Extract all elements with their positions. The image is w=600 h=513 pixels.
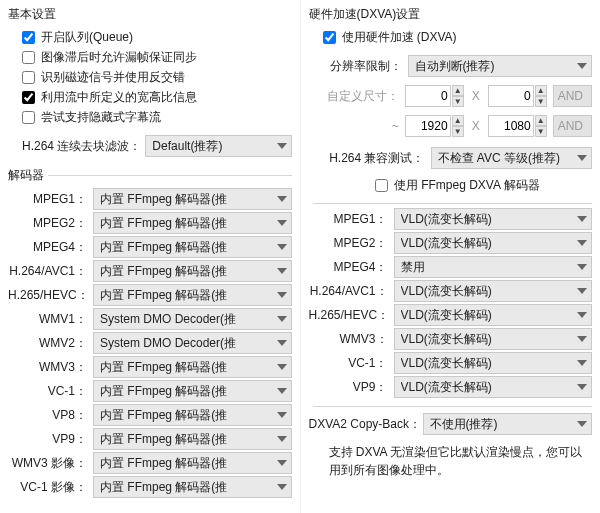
up-icon[interactable]: ▲ <box>535 85 547 96</box>
chk-magnetics-input[interactable] <box>22 71 35 84</box>
max-height-spin[interactable]: ▲▼ <box>488 115 547 137</box>
decoder-combo[interactable]: 内置 FFmpeg 解码器(推 <box>93 380 292 402</box>
chevron-down-icon <box>577 382 587 392</box>
decoder-row: WMV2：System DMO Decoder(推 <box>8 332 292 354</box>
up-icon[interactable]: ▲ <box>452 85 464 96</box>
chk-framedrop[interactable]: 图像滞后时允许漏帧保证同步 <box>22 47 292 67</box>
decoder-row-label: WMV2： <box>8 335 93 352</box>
decoder-combo[interactable]: VLD(流变长解码) <box>394 328 593 350</box>
decoder-combo[interactable]: VLD(流变长解码) <box>394 304 593 326</box>
decoder-row-label: MPEG4： <box>309 259 394 276</box>
decoder-row: MPEG2：内置 FFmpeg 解码器(推 <box>8 212 292 234</box>
dxva-rows-divider <box>309 203 593 204</box>
decoder-combo[interactable]: VLD(流变长解码) <box>394 352 593 374</box>
decoder-combo[interactable]: 内置 FFmpeg 解码器(推 <box>93 428 292 450</box>
decoder-combo[interactable]: System DMO Decoder(推 <box>93 308 292 330</box>
down-icon[interactable]: ▼ <box>535 126 547 137</box>
chevron-down-icon <box>277 482 287 492</box>
decoder-combo-value: 禁用 <box>401 259 578 276</box>
chevron-down-icon <box>277 410 287 420</box>
min-height-input[interactable] <box>488 85 534 107</box>
max-width-input[interactable] <box>405 115 451 137</box>
decoder-combo-value: 内置 FFmpeg 解码器(推 <box>100 407 277 424</box>
decoder-combo[interactable]: 内置 FFmpeg 解码器(推 <box>93 476 292 498</box>
and-button-2[interactable]: AND <box>553 115 592 137</box>
chevron-down-icon <box>277 386 287 396</box>
chevron-down-icon <box>577 238 587 248</box>
decoder-row: WMV1：System DMO Decoder(推 <box>8 308 292 330</box>
chevron-down-icon <box>577 61 587 71</box>
decoder-combo[interactable]: 内置 FFmpeg 解码器(推 <box>93 356 292 378</box>
decoder-combo[interactable]: 内置 FFmpeg 解码器(推 <box>93 188 292 210</box>
chk-queue[interactable]: 开启队列(Queue) <box>22 27 292 47</box>
min-width-input[interactable] <box>405 85 451 107</box>
x-sep: X <box>472 119 480 133</box>
deblock-combo[interactable]: Default(推荐) <box>145 135 291 157</box>
decoder-row-label: H.264/AVC1： <box>309 283 394 300</box>
decoder-combo[interactable]: 内置 FFmpeg 解码器(推 <box>93 212 292 234</box>
chk-ffmpeg-dxva-input[interactable] <box>375 179 388 192</box>
chk-highbit-input[interactable] <box>22 91 35 104</box>
basic-settings-title: 基本设置 <box>8 6 292 23</box>
decoder-row-label: VP9： <box>309 379 394 396</box>
chevron-down-icon <box>277 218 287 228</box>
down-icon[interactable]: ▼ <box>535 96 547 107</box>
decoder-combo-value: VLD(流变长解码) <box>401 211 578 228</box>
decoder-combo-value: VLD(流变长解码) <box>401 379 578 396</box>
chk-highbit-label: 利用流中所定义的宽高比信息 <box>41 89 197 106</box>
chk-hidden-sub[interactable]: 尝试支持隐藏式字幕流 <box>22 107 292 127</box>
chk-ffmpeg-dxva[interactable]: 使用 FFmpeg DXVA 解码器 <box>375 175 540 195</box>
down-icon[interactable]: ▼ <box>452 126 464 137</box>
max-height-input[interactable] <box>488 115 534 137</box>
decoder-combo[interactable]: System DMO Decoder(推 <box>93 332 292 354</box>
chevron-down-icon <box>277 338 287 348</box>
decoder-combo[interactable]: 内置 FFmpeg 解码器(推 <box>93 284 292 306</box>
deblock-combo-value: Default(推荐) <box>152 138 276 155</box>
decoder-row: VP8：内置 FFmpeg 解码器(推 <box>8 404 292 426</box>
chk-highbit[interactable]: 利用流中所定义的宽高比信息 <box>22 87 292 107</box>
chk-dxva[interactable]: 使用硬件加速 (DXVA) <box>323 27 593 47</box>
chk-dxva-label: 使用硬件加速 (DXVA) <box>342 29 457 46</box>
decoder-row-label: VC-1： <box>8 383 93 400</box>
chk-hidden-sub-label: 尝试支持隐藏式字幕流 <box>41 109 161 126</box>
decoder-row-label: H.264/AVC1： <box>8 263 93 280</box>
and-label: AND <box>558 119 583 133</box>
decoder-combo[interactable]: VLD(流变长解码) <box>394 376 593 398</box>
decoder-row: VC-1：内置 FFmpeg 解码器(推 <box>8 380 292 402</box>
decoder-combo-value: 内置 FFmpeg 解码器(推 <box>100 479 277 496</box>
reslimit-combo[interactable]: 自动判断(推荐) <box>408 55 593 77</box>
decoder-combo[interactable]: 内置 FFmpeg 解码器(推 <box>93 404 292 426</box>
down-icon[interactable]: ▼ <box>452 96 464 107</box>
max-width-spin[interactable]: ▲▼ <box>405 115 464 137</box>
chk-framedrop-input[interactable] <box>22 51 35 64</box>
compat-label: H.264 兼容测试： <box>323 150 431 167</box>
copyback-combo[interactable]: 不使用(推荐) <box>423 413 593 435</box>
chk-hidden-sub-input[interactable] <box>22 111 35 124</box>
decoder-combo[interactable]: VLD(流变长解码) <box>394 232 593 254</box>
chevron-down-icon <box>277 434 287 444</box>
chk-magnetics[interactable]: 识别磁迹信号并使用反交错 <box>22 67 292 87</box>
decoder-combo[interactable]: 内置 FFmpeg 解码器(推 <box>93 236 292 258</box>
copyback-label: DXVA2 Copy-Back： <box>309 416 423 433</box>
decoder-combo[interactable]: 禁用 <box>394 256 593 278</box>
compat-combo[interactable]: 不检查 AVC 等级(推荐) <box>431 147 593 169</box>
copyback-divider <box>309 406 593 407</box>
decoder-combo-value: System DMO Decoder(推 <box>100 335 277 352</box>
decoder-combo[interactable]: 内置 FFmpeg 解码器(推 <box>93 260 292 282</box>
min-height-spin[interactable]: ▲▼ <box>488 85 547 107</box>
decoder-combo-value: VLD(流变长解码) <box>401 331 578 348</box>
up-icon[interactable]: ▲ <box>535 115 547 126</box>
decoder-combo-value: VLD(流变长解码) <box>401 283 578 300</box>
up-icon[interactable]: ▲ <box>452 115 464 126</box>
decoder-combo[interactable]: VLD(流变长解码) <box>394 280 593 302</box>
chk-dxva-input[interactable] <box>323 31 336 44</box>
decoder-row-label: WMV1： <box>8 311 93 328</box>
decoder-row-label: MPEG2： <box>8 215 93 232</box>
min-width-spin[interactable]: ▲▼ <box>405 85 464 107</box>
and-button-1[interactable]: AND <box>553 85 592 107</box>
decoder-combo[interactable]: 内置 FFmpeg 解码器(推 <box>93 452 292 474</box>
chk-queue-input[interactable] <box>22 31 35 44</box>
decoder-row: MPEG1：内置 FFmpeg 解码器(推 <box>8 188 292 210</box>
decoder-combo[interactable]: VLD(流变长解码) <box>394 208 593 230</box>
chevron-down-icon <box>277 242 287 252</box>
